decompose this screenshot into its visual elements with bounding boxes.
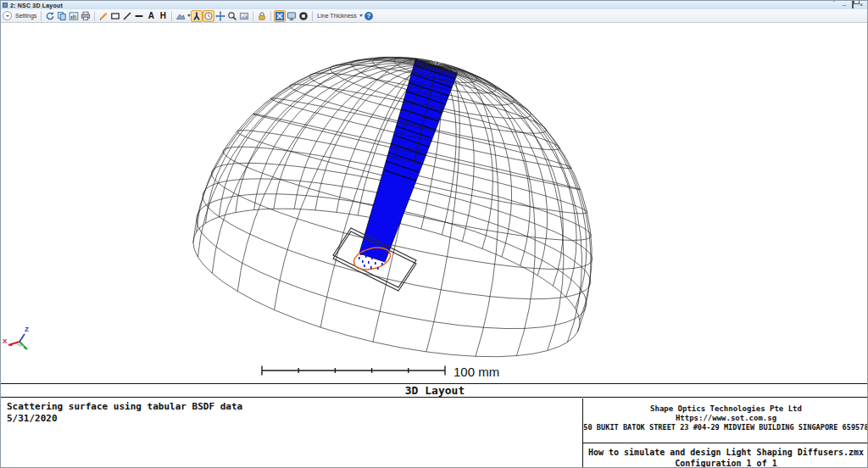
line-thickness-caret-icon: [359, 14, 363, 17]
file-block: How to simulate and design Light Shaping…: [583, 443, 868, 468]
scale-bar-label: 100 mm: [453, 365, 499, 379]
axis-x-label: X: [3, 337, 8, 345]
nsc-3d-layout-window: 2: NSC 3D Layout – × Settings A H: [0, 0, 868, 468]
zoom-icon[interactable]: [226, 10, 238, 22]
pan-icon[interactable]: [214, 10, 226, 22]
monitor-icon[interactable]: [286, 10, 298, 22]
company-name: Shape Optics Technologies Pte Ltd: [583, 404, 868, 414]
line-thickness-dropdown[interactable]: Line Thickness: [315, 13, 363, 19]
configuration-label: Configuration 1 of 1: [583, 458, 868, 468]
rectangle-tool-icon[interactable]: [109, 10, 121, 22]
record-icon[interactable]: [298, 10, 309, 22]
annotation-right-panel: Shape Optics Technologies Pte Ltd Https:…: [582, 398, 868, 468]
view-title: 3D Layout: [405, 384, 465, 397]
pencil-icon[interactable]: [97, 10, 109, 22]
clock-icon[interactable]: [203, 10, 214, 22]
minimize-button[interactable]: –: [843, 2, 846, 8]
settings-caret-icon: [3, 11, 12, 20]
annotation-footer: Scattering surface using tabular BSDF da…: [1, 398, 868, 468]
company-address: 50 BUKIT BATOK STREET 23 #04-29 MIDVIEW …: [583, 423, 868, 432]
window-pin-button[interactable]: [832, 2, 837, 8]
close-button[interactable]: ×: [860, 2, 863, 8]
line-tool-icon[interactable]: [121, 10, 133, 22]
orientation-icon[interactable]: [191, 10, 203, 22]
window-icon: [3, 3, 8, 8]
window-title: 2: NSC 3D Layout: [10, 3, 63, 8]
axis-triad: X Z: [3, 326, 29, 349]
scale-bar: [262, 366, 445, 376]
dimension-tool-icon[interactable]: H: [157, 10, 169, 22]
toolbar: Settings A H Line Thickness ?: [1, 9, 867, 23]
shaded-model-icon[interactable]: [175, 10, 186, 22]
file-name: How to simulate and design Light Shaping…: [583, 447, 868, 458]
image-export-icon[interactable]: [238, 10, 250, 22]
copy-icon[interactable]: [56, 10, 68, 22]
text-tool-icon[interactable]: A: [145, 10, 157, 22]
settings-label: Settings: [15, 13, 36, 19]
print-icon[interactable]: [80, 10, 92, 22]
settings-dropdown[interactable]: Settings: [3, 11, 38, 20]
layout-canvas: 100 mm X Z 3D Layout Scattering surface …: [1, 23, 868, 468]
update-icon[interactable]: [44, 10, 56, 22]
annotation-left-panel: Scattering surface using tabular BSDF da…: [1, 398, 582, 468]
dash-tool-icon[interactable]: [133, 10, 145, 22]
annotation-line-1: Scattering surface using tabular BSDF da…: [7, 401, 582, 413]
company-url: Https://www.sot.com.sg: [583, 414, 868, 423]
lock-icon[interactable]: [256, 10, 268, 22]
view-title-row: 3D Layout: [1, 383, 868, 398]
restore-button[interactable]: [852, 2, 854, 8]
save-image-icon[interactable]: [68, 10, 80, 22]
annotation-date: 5/31/2020: [7, 413, 582, 425]
company-block: Shape Optics Technologies Pte Ltd Https:…: [583, 398, 868, 443]
help-icon[interactable]: ?: [364, 12, 373, 20]
axis-z-label: Z: [25, 326, 29, 333]
fit-window-icon[interactable]: [274, 10, 286, 22]
line-thickness-label: Line Thickness: [317, 13, 357, 19]
